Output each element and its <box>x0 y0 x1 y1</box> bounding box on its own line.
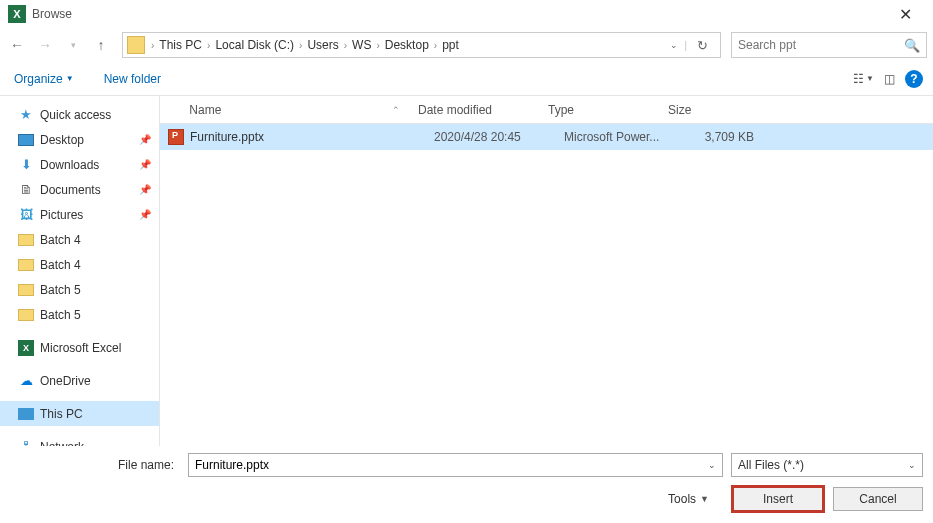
folder-icon <box>18 282 34 298</box>
sidebar-this-pc[interactable]: This PC <box>0 401 159 426</box>
breadcrumb-item[interactable]: WS <box>349 38 374 52</box>
file-list[interactable]: Furniture.pptx 2020/4/28 20:45 Microsoft… <box>160 124 933 446</box>
navigation-bar: ← → ▾ ↑ › This PC › Local Disk (C:) › Us… <box>0 28 933 62</box>
insert-button[interactable]: Insert <box>733 487 823 511</box>
breadcrumb-item[interactable]: Local Disk (C:) <box>212 38 297 52</box>
excel-icon: X <box>18 340 34 356</box>
pin-icon: 📌 <box>139 159 151 170</box>
column-name[interactable]: Name⌃ <box>168 103 418 117</box>
close-button[interactable]: ✕ <box>885 5 925 24</box>
search-box[interactable]: 🔍 <box>731 32 927 58</box>
body-area: ★Quick access Desktop📌 ⬇Downloads📌 🗎Docu… <box>0 96 933 446</box>
pin-icon: 📌 <box>139 134 151 145</box>
pin-icon: 📌 <box>139 184 151 195</box>
tools-dropdown[interactable]: Tools ▼ <box>668 492 709 506</box>
pc-icon <box>18 406 34 422</box>
chevron-right-icon[interactable]: › <box>205 40 212 51</box>
cancel-button[interactable]: Cancel <box>833 487 923 511</box>
organize-label: Organize <box>14 72 63 86</box>
cloud-icon: ☁ <box>18 373 34 389</box>
new-folder-label: New folder <box>104 72 161 86</box>
sidebar-excel[interactable]: XMicrosoft Excel <box>0 335 159 360</box>
filename-label: File name: <box>10 458 180 472</box>
help-icon[interactable]: ? <box>905 70 923 88</box>
footer: File name: ⌄ All Files (*.*) ⌄ Tools ▼ I… <box>0 445 933 523</box>
desktop-icon <box>18 132 34 148</box>
sidebar-folder[interactable]: Batch 4 <box>0 252 159 277</box>
address-bar[interactable]: › This PC › Local Disk (C:) › Users › WS… <box>122 32 721 58</box>
sidebar-onedrive[interactable]: ☁OneDrive <box>0 368 159 393</box>
breadcrumb-item[interactable]: Users <box>304 38 341 52</box>
file-list-area: Name⌃ Date modified Type Size Furniture.… <box>160 96 933 446</box>
download-icon: ⬇ <box>18 157 34 173</box>
up-button[interactable]: ↑ <box>90 34 112 56</box>
excel-app-icon: X <box>8 5 26 23</box>
chevron-right-icon[interactable]: › <box>297 40 304 51</box>
file-date: 2020/4/28 20:45 <box>434 130 564 144</box>
column-date[interactable]: Date modified <box>418 103 548 117</box>
view-options-button[interactable]: ☷ ▼ <box>853 72 874 86</box>
sidebar-pictures[interactable]: 🖼Pictures📌 <box>0 202 159 227</box>
pictures-icon: 🖼 <box>18 207 34 223</box>
file-name: Furniture.pptx <box>190 130 434 144</box>
address-dropdown[interactable]: ⌄ <box>670 40 678 50</box>
breadcrumb-item[interactable]: Desktop <box>382 38 432 52</box>
sidebar-documents[interactable]: 🗎Documents📌 <box>0 177 159 202</box>
column-headers: Name⌃ Date modified Type Size <box>160 96 933 124</box>
sidebar-folder[interactable]: Batch 5 <box>0 277 159 302</box>
breadcrumb-item[interactable]: This PC <box>156 38 205 52</box>
sidebar-folder[interactable]: Batch 4 <box>0 227 159 252</box>
column-size[interactable]: Size <box>668 103 748 117</box>
preview-pane-button[interactable]: ◫ <box>884 72 895 86</box>
refresh-button[interactable]: ↻ <box>693 38 712 53</box>
folder-icon <box>18 257 34 273</box>
sidebar-downloads[interactable]: ⬇Downloads📌 <box>0 152 159 177</box>
file-filter-dropdown[interactable]: All Files (*.*) ⌄ <box>731 453 923 477</box>
search-icon[interactable]: 🔍 <box>904 38 920 53</box>
chevron-down-icon[interactable]: ⌄ <box>708 460 716 470</box>
title-bar: X Browse ✕ <box>0 0 933 28</box>
search-input[interactable] <box>738 38 904 52</box>
chevron-down-icon: ▼ <box>700 494 709 504</box>
chevron-down-icon: ⌄ <box>908 460 916 470</box>
star-icon: ★ <box>18 107 34 123</box>
chevron-down-icon: ▼ <box>66 74 74 83</box>
chevron-right-icon[interactable]: › <box>432 40 439 51</box>
breadcrumb-item[interactable]: ppt <box>439 38 462 52</box>
chevron-right-icon[interactable]: › <box>149 40 156 51</box>
forward-button[interactable]: → <box>34 34 56 56</box>
back-button[interactable]: ← <box>6 34 28 56</box>
document-icon: 🗎 <box>18 182 34 198</box>
recent-dropdown[interactable]: ▾ <box>62 34 84 56</box>
navigation-pane: ★Quick access Desktop📌 ⬇Downloads📌 🗎Docu… <box>0 96 160 446</box>
chevron-right-icon[interactable]: › <box>342 40 349 51</box>
new-folder-button[interactable]: New folder <box>100 69 165 89</box>
file-type: Microsoft Power... <box>564 130 684 144</box>
chevron-right-icon[interactable]: › <box>374 40 381 51</box>
filename-input[interactable] <box>195 458 708 472</box>
sidebar-desktop[interactable]: Desktop📌 <box>0 127 159 152</box>
window-title: Browse <box>32 7 885 21</box>
sidebar-folder[interactable]: Batch 5 <box>0 302 159 327</box>
folder-icon <box>18 232 34 248</box>
column-type[interactable]: Type <box>548 103 668 117</box>
sort-indicator-icon: ⌃ <box>392 105 400 115</box>
organize-button[interactable]: Organize ▼ <box>10 69 78 89</box>
file-row[interactable]: Furniture.pptx 2020/4/28 20:45 Microsoft… <box>160 124 933 150</box>
file-size: 3,709 KB <box>684 130 764 144</box>
folder-icon <box>127 36 145 54</box>
pin-icon: 📌 <box>139 209 151 220</box>
powerpoint-file-icon <box>168 129 184 145</box>
filename-combobox[interactable]: ⌄ <box>188 453 723 477</box>
folder-icon <box>18 307 34 323</box>
toolbar: Organize ▼ New folder ☷ ▼ ◫ ? <box>0 62 933 96</box>
filter-label: All Files (*.*) <box>738 458 804 472</box>
sidebar-quick-access[interactable]: ★Quick access <box>0 102 159 127</box>
